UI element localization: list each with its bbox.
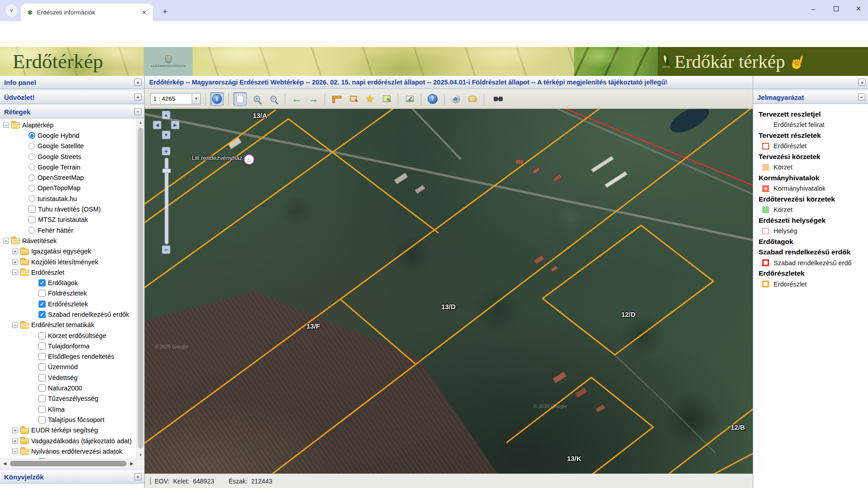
expand-node-icon[interactable]: +: [12, 438, 18, 444]
tab-close-icon[interactable]: ×: [140, 9, 148, 17]
zoom-out-button[interactable]: −: [162, 245, 170, 254]
pan-right-button[interactable]: ▶: [171, 121, 179, 129]
window-maximize-button[interactable]: [830, 3, 842, 14]
expand-section-button[interactable]: +: [134, 473, 142, 480]
tree-vertical-scrollbar[interactable]: ▲ ▼: [136, 118, 144, 459]
expand-section-button[interactable]: +: [134, 94, 142, 101]
chevron-down-icon[interactable]: ▼: [192, 94, 200, 104]
radio-button[interactable]: [28, 153, 35, 160]
search-button[interactable]: [489, 92, 502, 106]
zoom-in-button[interactable]: +: [250, 92, 264, 106]
layer-row[interactable]: Földrészletek: [0, 288, 136, 299]
checkbox[interactable]: [38, 385, 46, 392]
expand-node-icon[interactable]: +: [12, 427, 18, 433]
layers-section-header[interactable]: Rétegek −: [0, 105, 144, 118]
layer-row[interactable]: −Erdőrészlet tematikák: [0, 320, 136, 330]
measure-area-button[interactable]: [346, 92, 360, 106]
checkbox[interactable]: [38, 290, 46, 297]
scrollbar-thumb[interactable]: [10, 461, 127, 466]
expand-node-icon[interactable]: +: [12, 249, 18, 254]
layer-row[interactable]: Tuhu rávetítés (OSM): [0, 204, 136, 214]
pan-up-button[interactable]: ▲: [162, 111, 170, 119]
layer-row[interactable]: −Erdőrészlet: [0, 267, 136, 277]
radio-button[interactable]: [28, 132, 35, 139]
pan-hand-button[interactable]: [233, 92, 247, 106]
radio-button[interactable]: [28, 195, 35, 202]
radio-button[interactable]: [28, 185, 35, 192]
layer-row[interactable]: Szabad rendelkezésű erdők: [0, 309, 136, 319]
layer-row[interactable]: turistautak.hu: [0, 193, 136, 204]
map-edit-button[interactable]: [380, 92, 393, 106]
measure-length-button[interactable]: [330, 92, 343, 106]
radio-button[interactable]: [28, 164, 35, 170]
checkbox[interactable]: [38, 406, 46, 413]
google-earth-button[interactable]: [449, 92, 462, 106]
radio-button[interactable]: [28, 174, 35, 181]
collapse-node-icon[interactable]: −: [3, 238, 9, 244]
layer-row[interactable]: Üzemmód: [0, 362, 136, 372]
window-minimize-button[interactable]: –: [807, 3, 819, 14]
layer-row[interactable]: Védettség: [0, 372, 136, 383]
layer-row[interactable]: Google Satellite: [0, 141, 136, 151]
kml-overlay-button[interactable]: [466, 92, 479, 106]
layer-row[interactable]: Erdőrészletek: [0, 299, 136, 309]
layer-row[interactable]: +Vadgazdálkodás (tájékoztató adat): [0, 436, 136, 446]
expand-node-icon[interactable]: +: [12, 259, 18, 265]
collapse-section-button[interactable]: −: [858, 94, 865, 101]
collapse-node-icon[interactable]: −: [12, 448, 18, 454]
checkbox[interactable]: [38, 300, 46, 308]
expand-panel-button[interactable]: »: [859, 79, 866, 86]
layer-row[interactable]: OpenStreetMap: [0, 172, 136, 183]
checkbox[interactable]: [38, 343, 46, 350]
legend-header[interactable]: Jelmagyarázat −: [753, 91, 868, 104]
favorites-button[interactable]: ★: [363, 92, 377, 106]
checkbox[interactable]: [38, 374, 46, 381]
pan-left-button[interactable]: ◀: [153, 121, 161, 129]
zoom-in-button[interactable]: +: [162, 147, 170, 155]
collapse-node-icon[interactable]: −: [12, 322, 18, 328]
layer-row[interactable]: Erdőtagok: [0, 277, 136, 288]
layer-row[interactable]: Tűzveszélyesség: [0, 394, 136, 404]
checkbox[interactable]: [28, 216, 36, 223]
collapse-section-button[interactable]: −: [134, 108, 142, 115]
scroll-right-icon[interactable]: ▶: [128, 460, 136, 467]
scale-select[interactable]: 1 : 4265 ▼: [150, 93, 201, 104]
erdokar-terkep-link[interactable]: EMTE Erdőkár térkép ☝: [658, 47, 868, 76]
layer-row[interactable]: Tulajdonforma: [0, 341, 136, 351]
checkbox[interactable]: [38, 363, 46, 371]
layer-row[interactable]: Fehér háttér: [0, 225, 136, 235]
layer-row[interactable]: Talajtípus főcsoport: [0, 414, 136, 425]
layer-row[interactable]: Natura2000: [0, 383, 136, 393]
layer-row[interactable]: +Közjóléti létesítmények: [0, 257, 136, 267]
checkbox[interactable]: [38, 353, 46, 360]
screenshot-button[interactable]: [403, 92, 416, 106]
checkbox[interactable]: [38, 395, 46, 402]
collapse-node-icon[interactable]: −: [3, 122, 9, 128]
layer-row[interactable]: Google Hybrid: [0, 130, 136, 141]
checkbox[interactable]: [38, 332, 46, 339]
zoom-out-button[interactable]: −: [267, 92, 280, 106]
layer-row[interactable]: +EUDR térképi segítség: [0, 425, 136, 436]
layer-row[interactable]: MTSZ turistautak: [0, 215, 136, 225]
layer-row[interactable]: Google Terrain: [0, 162, 136, 172]
checkbox[interactable]: [38, 311, 46, 318]
venue-marker[interactable]: ⌂: [244, 154, 255, 165]
checkbox[interactable]: [38, 279, 46, 286]
checkbox[interactable]: [28, 206, 36, 213]
layer-row[interactable]: Klíma: [0, 404, 136, 414]
layer-row[interactable]: Körzet erdősültsége: [0, 330, 136, 341]
collapse-node-icon[interactable]: −: [12, 269, 18, 275]
identify-info-button[interactable]: i: [210, 92, 224, 106]
layer-row[interactable]: +Igazgatási egységek: [0, 246, 136, 257]
tree-horizontal-scrollbar[interactable]: ◀ ▶: [0, 459, 144, 468]
scroll-left-icon[interactable]: ◀: [1, 460, 9, 467]
scroll-up-icon[interactable]: ▲: [137, 118, 144, 126]
layer-row[interactable]: −Rávetítések: [0, 235, 136, 246]
help-button[interactable]: ?: [426, 92, 439, 106]
layer-row[interactable]: −Nyilvános erdőtervezési adatok: [0, 446, 136, 456]
new-tab-button[interactable]: +: [159, 6, 171, 18]
zoom-slider-thumb[interactable]: [162, 169, 171, 173]
greeting-section-header[interactable]: Üdvözlet! +: [0, 91, 144, 104]
layer-row[interactable]: −Alaptérkép: [0, 120, 136, 130]
radio-button[interactable]: [28, 227, 35, 234]
